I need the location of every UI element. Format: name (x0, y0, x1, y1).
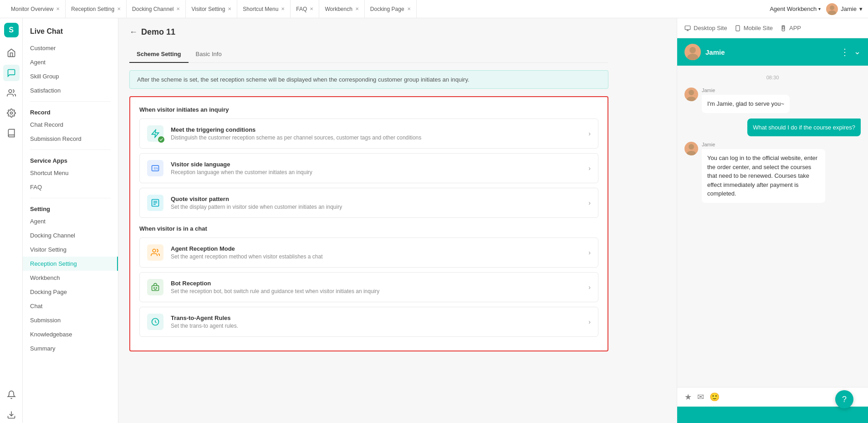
scheme-tab-bar: Scheme Setting Basic Info (129, 46, 608, 63)
user-info[interactable]: Jamie ▾ (826, 3, 863, 15)
nav-item-faq[interactable]: FAQ (23, 180, 118, 194)
msg-row-1: Jamie I'm Jamie, glad to serve you~ (684, 88, 861, 113)
sidebar-icon-chat[interactable] (3, 65, 20, 81)
footer-emoji-icon[interactable]: 🙂 (710, 392, 720, 402)
nav-item-summary[interactable]: Summary (23, 341, 118, 356)
chat-collapse-icon[interactable]: ⌄ (854, 46, 861, 57)
tab-basic-info[interactable]: Basic Info (189, 46, 229, 63)
chat-tab-mobile[interactable]: Mobile Site (735, 23, 773, 33)
close-icon[interactable]: ✕ (310, 6, 313, 11)
nav-item-submission-record[interactable]: Submission Record (23, 132, 118, 146)
nav-item-satisfaction[interactable]: Satisfaction (23, 83, 118, 98)
close-icon[interactable]: ✕ (228, 6, 231, 11)
nav-item-agent[interactable]: Agent (23, 55, 118, 69)
sidebar-icon-book[interactable] (3, 125, 20, 141)
setting-row-trans[interactable]: Trans-to-Agent Rules Set the trans-to ag… (139, 307, 598, 337)
top-bar-right: Agent Workbench Jamie ▾ (770, 3, 863, 15)
close-icon[interactable]: ✕ (281, 6, 285, 11)
msg-avatar-1 (684, 88, 698, 101)
msg-content-2: What should I do if the course expires? (747, 119, 861, 137)
nav-item-workbench[interactable]: Workbench (23, 271, 118, 285)
svg-point-28 (687, 97, 696, 101)
chat-tab-desktop[interactable]: Desktop Site (684, 23, 727, 33)
help-button[interactable]: ? (835, 390, 853, 408)
sidebar-icon-bell[interactable] (3, 387, 20, 403)
svg-point-12 (153, 249, 156, 253)
svg-point-2 (9, 90, 12, 93)
nav-item-docking-page[interactable]: Docking Page (23, 285, 118, 299)
nav-item-reception-setting[interactable]: Reception Setting (23, 257, 118, 271)
sub-section-chat: When visitor is in a chat Agent Receptio… (139, 225, 598, 337)
bot-arrow: › (588, 284, 591, 291)
nav-item-chat-record[interactable]: Chat Record (23, 118, 118, 132)
setting-row-bot[interactable]: Bot Reception Set the reception bot, bot… (139, 272, 598, 302)
nav-item-visitor-setting[interactable]: Visitor Setting (23, 242, 118, 257)
bot-title: Bot Reception (171, 280, 581, 287)
svg-rect-24 (782, 26, 784, 29)
quote-title: Quote visitor pattern (171, 196, 581, 202)
top-tab-faq[interactable]: FAQ✕ (291, 0, 319, 18)
setting-row-agent-mode[interactable]: Agent Reception Mode Set the agent recep… (139, 237, 598, 268)
top-tab-monitor-overview[interactable]: Monitor Overview✕ (5, 0, 66, 18)
language-icon: EN (147, 160, 163, 176)
svg-point-15 (156, 288, 157, 289)
nav-section-title-setting: Setting (23, 202, 118, 214)
chat-more-icon[interactable]: ⋮ (840, 46, 850, 57)
user-avatar (826, 3, 838, 15)
nav-item-docking-channel[interactable]: Docking Channel (23, 228, 118, 242)
setting-row-trigger[interactable]: Meet the triggering conditions Distingui… (139, 119, 598, 149)
nav-item-skill-group[interactable]: Skill Group (23, 69, 118, 83)
svg-point-26 (687, 54, 698, 60)
content-inner: ← Demo 11 Scheme Setting Basic Info Afte… (118, 18, 619, 361)
nav-item-submission[interactable]: Submission (23, 313, 118, 327)
svg-marker-5 (152, 130, 159, 138)
top-tab-shortcut-menu[interactable]: Shortcut Menu✕ (237, 0, 291, 18)
setting-row-quote[interactable]: Quote visitor pattern Set the display pa… (139, 188, 598, 218)
close-icon[interactable]: ✕ (176, 6, 180, 11)
user-dropdown-arrow: ▾ (859, 5, 863, 12)
agent-mode-title: Agent Reception Mode (171, 245, 581, 252)
trans-title: Trans-to-Agent Rules (171, 315, 581, 321)
svg-point-14 (154, 288, 155, 289)
chat-panel-tabs: Desktop Site Mobile Site APP (677, 18, 868, 38)
back-button[interactable]: ← (129, 27, 138, 37)
top-tab-visitor-setting[interactable]: Visitor Setting✕ (186, 0, 237, 18)
nav-item-knowledgebase[interactable]: Knowledgebase (23, 327, 118, 341)
section-label-chat: When visitor is in a chat (139, 225, 598, 232)
trans-icon (147, 314, 163, 330)
nav-sidebar: Live Chat Customer Agent Skill Group Sat… (23, 18, 118, 423)
nav-item-customer[interactable]: Customer (23, 41, 118, 55)
chat-tab-app[interactable]: APP (780, 23, 801, 33)
bot-icon (147, 279, 163, 295)
top-tab-workbench[interactable]: Workbench✕ (319, 0, 364, 18)
svg-point-1 (828, 10, 836, 15)
page-header: ← Demo 11 (129, 27, 608, 37)
top-tab-reception-setting[interactable]: Reception Setting✕ (66, 0, 127, 18)
scheme-section: When visitor initiates an inquiry Meet t… (129, 96, 608, 351)
nav-item-shortcut-menu[interactable]: Shortcut Menu (23, 166, 118, 180)
bot-desc: Set the reception bot, bot switch rule a… (171, 288, 581, 294)
close-icon[interactable]: ✕ (56, 6, 60, 11)
footer-star-icon[interactable]: ★ (684, 392, 692, 402)
setting-row-language[interactable]: EN Visitor side language Reception langu… (139, 153, 598, 183)
tab-scheme-setting[interactable]: Scheme Setting (129, 46, 189, 63)
top-tab-docking-page[interactable]: Docking Page✕ (365, 0, 417, 18)
agent-mode-desc: Set the agent reception method when visi… (171, 253, 581, 260)
close-icon[interactable]: ✕ (355, 6, 359, 11)
sidebar-icon-home[interactable] (3, 45, 20, 61)
close-icon[interactable]: ✕ (407, 6, 411, 11)
live-chat-title: Live Chat (23, 26, 118, 41)
svg-point-3 (10, 112, 12, 114)
sidebar-icon-download[interactable] (3, 407, 20, 423)
top-tab-docking-channel[interactable]: Docking Channel✕ (127, 0, 186, 18)
close-icon[interactable]: ✕ (117, 6, 121, 11)
sidebar-icon-settings[interactable] (3, 105, 20, 121)
sidebar-icon-people[interactable] (3, 85, 20, 101)
page-title: Demo 11 (141, 27, 175, 37)
footer-mail-icon[interactable]: ✉ (697, 392, 704, 402)
svg-point-25 (689, 47, 696, 53)
nav-item-chat[interactable]: Chat (23, 299, 118, 313)
agent-workbench-dropdown[interactable]: Agent Workbench (770, 5, 821, 12)
svg-text:EN: EN (154, 167, 158, 170)
nav-item-setting-agent[interactable]: Agent (23, 214, 118, 228)
